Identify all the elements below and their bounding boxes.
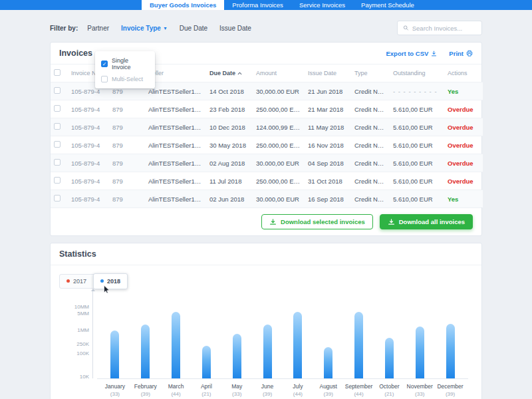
month-label: March bbox=[161, 383, 192, 390]
tab-buyer-goods-invoices[interactable]: Buyer Goods Invoices bbox=[142, 0, 224, 10]
chart-column bbox=[313, 347, 344, 378]
row-checkbox[interactable] bbox=[54, 177, 61, 184]
cell-trans-no: 879 bbox=[109, 154, 145, 172]
bar-january[interactable] bbox=[110, 331, 119, 378]
printer-icon bbox=[466, 50, 473, 57]
x-label-october: October(21) bbox=[374, 383, 404, 397]
search-input[interactable] bbox=[412, 25, 476, 32]
col-type[interactable]: Type bbox=[351, 65, 390, 82]
filter-due-date[interactable]: Due Date bbox=[180, 25, 207, 32]
col-issue-date[interactable]: Issue Date bbox=[305, 65, 351, 82]
cell-action[interactable]: Overdue bbox=[444, 118, 483, 136]
month-count: (39) bbox=[130, 391, 161, 397]
col-due-date[interactable]: Due Date bbox=[206, 65, 253, 82]
cell-action[interactable]: Yes bbox=[444, 82, 483, 100]
dropdown-option-multi-select[interactable]: Multi-Select bbox=[95, 73, 155, 85]
row-checkbox[interactable] bbox=[54, 141, 61, 148]
month-label: December bbox=[435, 383, 466, 390]
axis-arrow-icon bbox=[91, 289, 95, 291]
table-row: 105-879-4879AlinTESTSeller1CO10 Dec 2018… bbox=[51, 118, 483, 136]
cell-trans-no: 879 bbox=[109, 118, 145, 136]
table-row: 105-879-4879AlinTESTSeller1CO02 Aug 2018… bbox=[51, 154, 483, 172]
search-icon bbox=[403, 25, 409, 31]
filter-issue-date[interactable]: Issue Date bbox=[219, 25, 251, 32]
filter-partner[interactable]: Partner bbox=[87, 25, 109, 32]
x-label-september: September(44) bbox=[344, 383, 374, 397]
export-csv-label: Export to CSV bbox=[386, 50, 428, 57]
bar-august[interactable] bbox=[324, 347, 332, 378]
cell-action[interactable]: Overdue bbox=[444, 136, 483, 154]
bar-july[interactable] bbox=[293, 312, 302, 378]
search-box[interactable] bbox=[397, 21, 482, 35]
cell-outstanding: 5.610,00 EUR bbox=[390, 154, 444, 172]
content: Filter by: PartnerInvoice Type▼Due DateI… bbox=[50, 21, 482, 399]
cell-action[interactable]: Overdue bbox=[444, 172, 483, 190]
bar-may[interactable] bbox=[233, 334, 241, 378]
cell-invoice-no: 105-879-4 bbox=[68, 190, 109, 208]
chart-column bbox=[191, 346, 221, 378]
bar-december[interactable] bbox=[446, 324, 455, 378]
x-label-march: March(44) bbox=[161, 383, 192, 397]
col-amount[interactable]: Amount bbox=[253, 65, 305, 82]
filter-items: PartnerInvoice Type▼Due DateIssue Date bbox=[87, 25, 263, 32]
tab-proforma-invoices[interactable]: Proforma Invoices bbox=[224, 0, 291, 10]
chart-column bbox=[374, 338, 404, 378]
legend-wrap: 20172018 bbox=[59, 273, 128, 289]
cell-action[interactable]: Overdue bbox=[444, 154, 483, 172]
filter-invoice-type[interactable]: Invoice Type▼ bbox=[121, 25, 168, 32]
table-row: 105-879-4879AlinTESTSeller1CO02 Jun 2018… bbox=[51, 190, 483, 208]
x-axis-labels: January(33)February(39)March(44)April(21… bbox=[97, 379, 468, 397]
top-nav: Buyer Goods InvoicesProforma InvoicesSer… bbox=[0, 0, 532, 10]
cell-due-date: 30 May 2018 bbox=[206, 136, 253, 154]
cell-seller: AlinTESTSeller1CO bbox=[145, 118, 206, 136]
statistics-card-header: Statistics bbox=[51, 243, 481, 265]
dropdown-option-single-invoice[interactable]: ✓Single Invoice bbox=[95, 55, 155, 73]
select-all-checkbox[interactable] bbox=[54, 69, 61, 76]
legend-2018[interactable]: 2018 bbox=[93, 273, 128, 289]
sort-asc-icon bbox=[237, 70, 242, 76]
bar-november[interactable] bbox=[416, 327, 424, 378]
download-cloud-icon bbox=[269, 218, 277, 225]
download-selected-button[interactable]: Download selected invoices bbox=[261, 214, 373, 229]
print-link[interactable]: Print bbox=[449, 50, 473, 57]
bar-march[interactable] bbox=[172, 312, 180, 378]
row-checkbox[interactable] bbox=[54, 87, 61, 94]
cell-action[interactable]: Overdue bbox=[444, 100, 483, 118]
print-label: Print bbox=[449, 50, 464, 57]
cell-type: Credit Note bbox=[351, 100, 390, 118]
cell-action[interactable]: Yes bbox=[444, 190, 483, 208]
legend-2017[interactable]: 2017 bbox=[60, 275, 93, 288]
bar-september[interactable] bbox=[354, 312, 363, 378]
bar-june[interactable] bbox=[263, 325, 272, 378]
tab-service-invoices[interactable]: Service Invoices bbox=[291, 0, 353, 10]
y-axis-ticks: 10MM5MM1MM250K100K10K bbox=[68, 299, 89, 378]
cell-outstanding: 5.610,00 EUR bbox=[390, 118, 444, 136]
cell-seller: AlinTESTSeller1CO bbox=[145, 136, 206, 154]
cell-amount: 124.000,99 EUR bbox=[253, 118, 305, 136]
month-count: (44) bbox=[161, 391, 192, 397]
x-label-may: May(33) bbox=[221, 383, 252, 397]
export-csv-link[interactable]: Export to CSV bbox=[386, 50, 437, 57]
bar-february[interactable] bbox=[141, 325, 150, 378]
row-checkbox[interactable] bbox=[54, 105, 61, 112]
cell-invoice-no: 105-879-4 bbox=[68, 100, 109, 118]
filter-bar: Filter by: PartnerInvoice Type▼Due DateI… bbox=[50, 21, 482, 35]
x-label-february: February(39) bbox=[130, 383, 161, 397]
invoices-header-links: Export to CSV Print bbox=[386, 50, 473, 57]
col-outstanding[interactable]: Outstanding bbox=[390, 65, 444, 82]
bar-april[interactable] bbox=[202, 346, 211, 378]
dropdown-option-label: Multi-Select bbox=[112, 76, 143, 82]
cell-trans-no: 879 bbox=[109, 100, 145, 118]
download-all-button[interactable]: Download all invoices bbox=[380, 214, 473, 229]
row-checkbox[interactable] bbox=[54, 159, 61, 166]
row-checkbox[interactable] bbox=[54, 123, 61, 130]
tab-payment-schedule[interactable]: Payment Schedule bbox=[353, 0, 422, 10]
col-actions[interactable]: Actions bbox=[444, 65, 483, 82]
month-label: May bbox=[221, 383, 252, 390]
cell-trans-no: 879 bbox=[109, 190, 145, 208]
bar-october[interactable] bbox=[385, 338, 394, 378]
cell-due-date: 14 Oct 2018 bbox=[206, 82, 253, 100]
cell-seller: AlinTESTSeller1CO bbox=[145, 100, 206, 118]
month-count: (39) bbox=[435, 391, 466, 397]
row-checkbox[interactable] bbox=[54, 195, 61, 201]
